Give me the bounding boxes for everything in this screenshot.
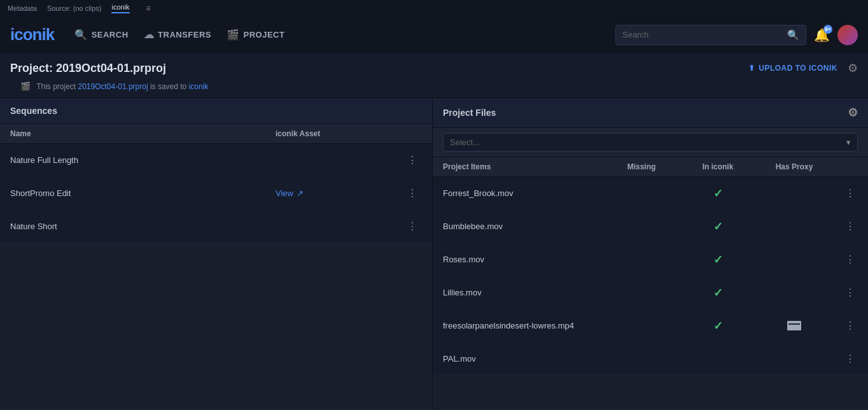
search-nav-icon: 🔍: [74, 29, 88, 41]
project-file-row[interactable]: freesolarpanelsindesert-lowres.mp4 ✓ ⋮: [433, 309, 868, 343]
sequence-name: Nature Full Length: [10, 155, 276, 165]
iniconik-status: ✓: [680, 319, 756, 333]
project-info-bar: 🎬 This project 2019Oct04-01.prproj is sa…: [10, 81, 858, 97]
header-right: 🔍 🔔 9+: [615, 25, 858, 45]
tab-menu-icon[interactable]: ≡: [146, 4, 151, 13]
main-content: Sequences Name iconik Asset Nature Full …: [0, 98, 868, 410]
file-actions: ⋮: [832, 285, 858, 300]
col-name-header: Name: [10, 129, 276, 138]
proxy-icon: [787, 321, 801, 330]
sequences-table-header: Name iconik Asset: [0, 124, 432, 144]
col-hasproxy: Has Proxy: [756, 162, 832, 171]
header-nav: iconik 🔍 SEARCH ☁ TRANSFERS 🎬 PROJECT 🔍 …: [0, 17, 868, 53]
external-link-icon: ↗: [297, 188, 304, 198]
sequence-name: Nature Short: [10, 222, 276, 231]
notification-bell[interactable]: 🔔 9+: [814, 27, 830, 43]
active-tab-label: iconik: [111, 3, 129, 13]
file-name: Lillies.mov: [443, 288, 603, 297]
project-file-row[interactable]: Lillies.mov ✓ ⋮: [433, 276, 868, 309]
file-actions: ⋮: [832, 351, 858, 366]
sequence-asset: View ↗: [276, 188, 403, 198]
pf-select-placeholder: Select...: [450, 138, 480, 147]
nav-search[interactable]: 🔍 SEARCH: [74, 26, 128, 43]
sequence-actions: ⋮: [403, 219, 422, 234]
project-title-bar: Project: 2019Oct04-01.prproj ⬆ UPLOAD TO…: [0, 53, 868, 98]
iniconik-status: ✓: [680, 220, 756, 234]
film-icon: 🎬: [227, 29, 240, 41]
file-dots-menu[interactable]: ⋮: [843, 219, 858, 234]
project-files-settings-icon[interactable]: ⚙: [848, 106, 858, 120]
project-title: Project: 2019Oct04-01.prproj: [10, 62, 166, 75]
file-name: Bumblebee.mov: [443, 222, 603, 231]
sequence-row[interactable]: Nature Short ⋮: [0, 210, 432, 243]
sequences-title: Sequences: [10, 106, 57, 116]
project-file-row[interactable]: Forrest_Brook.mov ✓ ⋮: [433, 177, 868, 210]
proxy-status: [756, 321, 832, 330]
pf-table-header: Project Items Missing In iconik Has Prox…: [433, 157, 868, 177]
nav-transfers-label: TRANSFERS: [158, 30, 211, 39]
sequence-actions: ⋮: [403, 186, 422, 201]
sequence-name: ShortPromo Edit: [10, 188, 276, 198]
col-project-items: Project Items: [443, 162, 603, 171]
search-input[interactable]: [622, 30, 787, 39]
nav-project[interactable]: 🎬 PROJECT: [227, 26, 284, 43]
upload-label: UPLOAD TO ICONIK: [759, 64, 837, 73]
sequence-dots-menu[interactable]: ⋮: [405, 186, 420, 201]
file-name: freesolarpanelsindesert-lowres.mp4: [443, 321, 603, 330]
sequence-row[interactable]: Nature Full Length ⋮: [0, 144, 432, 177]
col-iniconik: In iconik: [680, 162, 756, 171]
project-actions: ⬆ UPLOAD TO ICONIK ⚙: [748, 61, 858, 75]
project-file-link[interactable]: 2019Oct04-01.prproj: [78, 82, 148, 91]
project-file-row[interactable]: PAL.mov ⋮: [433, 343, 868, 376]
search-box[interactable]: 🔍: [615, 25, 806, 45]
meta-tab-metadata[interactable]: Metadata: [8, 4, 37, 12]
meta-tab-iconik[interactable]: iconik ≡: [111, 3, 160, 13]
file-dots-menu[interactable]: ⋮: [843, 351, 858, 366]
info-icon: 🎬: [20, 81, 31, 91]
meta-tab-source[interactable]: Source: (no clips): [47, 4, 102, 12]
file-name: PAL.mov: [443, 354, 603, 364]
upload-icon: ⬆: [748, 64, 755, 73]
sequence-dots-menu[interactable]: ⋮: [405, 219, 420, 234]
file-actions: ⋮: [832, 252, 858, 267]
sequence-row[interactable]: ShortPromo Edit View ↗ ⋮: [0, 177, 432, 210]
sequence-actions: ⋮: [403, 153, 422, 167]
project-file-row[interactable]: Roses.mov ✓ ⋮: [433, 243, 868, 276]
user-avatar[interactable]: [837, 25, 858, 45]
pf-select-row: Select... ▾: [433, 128, 868, 157]
sequences-panel-header: Sequences: [0, 98, 432, 124]
upload-to-iconik-button[interactable]: ⬆ UPLOAD TO ICONIK: [748, 64, 837, 73]
iniconik-status: ✓: [680, 286, 756, 300]
view-asset-link[interactable]: View ↗: [276, 188, 403, 198]
file-dots-menu[interactable]: ⋮: [843, 186, 858, 201]
pf-select-dropdown[interactable]: Select... ▾: [443, 133, 858, 152]
project-file-row[interactable]: Bumblebee.mov ✓ ⋮: [433, 210, 868, 243]
file-dots-menu[interactable]: ⋮: [843, 285, 858, 300]
file-dots-menu[interactable]: ⋮: [843, 252, 858, 267]
col-missing: Missing: [603, 162, 680, 171]
sequences-panel: Sequences Name iconik Asset Nature Full …: [0, 98, 433, 410]
logo[interactable]: iconik: [10, 25, 54, 45]
nav-transfers[interactable]: ☁ TRANSFERS: [144, 26, 211, 43]
project-settings-icon[interactable]: ⚙: [848, 61, 858, 75]
search-submit-icon[interactable]: 🔍: [787, 29, 799, 41]
iniconik-status: ✓: [680, 253, 756, 267]
top-meta-bar: Metadata Source: (no clips) iconik ≡: [0, 0, 868, 17]
view-label: View: [276, 188, 293, 198]
nav-project-label: PROJECT: [244, 30, 285, 39]
file-actions: ⋮: [832, 186, 858, 201]
file-name: Roses.mov: [443, 255, 603, 264]
file-actions: ⋮: [832, 219, 858, 234]
logo-text: iconik: [10, 25, 54, 45]
nav-search-label: SEARCH: [92, 30, 129, 39]
info-middle: is saved to: [150, 82, 186, 91]
info-prefix: This project: [36, 82, 76, 91]
project-files-header: Project Files ⚙: [433, 98, 868, 128]
sequence-dots-menu[interactable]: ⋮: [405, 153, 420, 167]
cloud-icon: ☁: [144, 29, 155, 41]
file-dots-menu[interactable]: ⋮: [843, 318, 858, 333]
project-files-title: Project Files: [443, 108, 496, 118]
iconik-link[interactable]: iconik: [189, 82, 209, 91]
col-asset-header: iconik Asset: [276, 129, 403, 138]
file-name: Forrest_Brook.mov: [443, 188, 603, 198]
